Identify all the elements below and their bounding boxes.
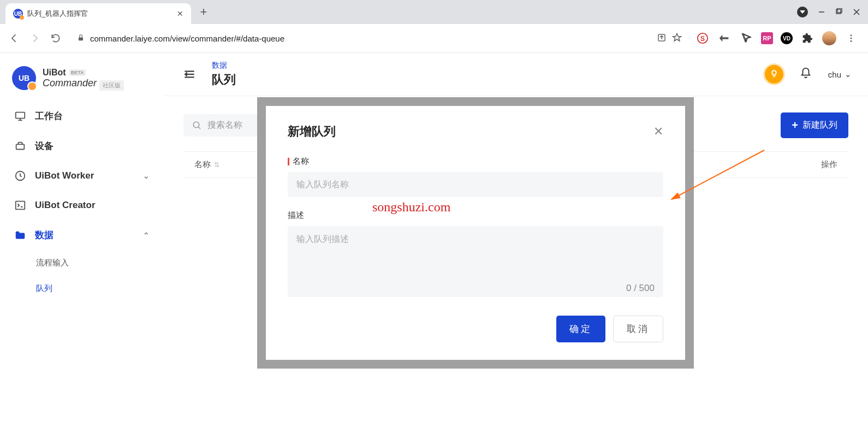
terminal-icon (14, 199, 26, 211)
extension-s-icon[interactable]: S (695, 31, 710, 45)
sidebar-item-creator[interactable]: UiBot Creator (7, 191, 157, 220)
char-count: 0 / 500 (288, 283, 663, 294)
beta-badge: BETA (69, 69, 86, 76)
tab-title: 队列_机器人指挥官 (27, 9, 173, 19)
svg-rect-12 (16, 112, 25, 118)
svg-point-10 (851, 38, 852, 39)
required-indicator-icon (288, 158, 289, 165)
sidebar-sub-queue[interactable]: 队列 (7, 276, 157, 301)
svg-point-9 (851, 34, 852, 36)
queue-name-input[interactable] (288, 172, 663, 197)
close-window-button[interactable] (853, 8, 860, 16)
bookmark-icon[interactable] (672, 33, 682, 44)
device-icon (14, 140, 26, 152)
collapse-sidebar-button[interactable] (180, 65, 199, 84)
address-row: commander.laiye.com/view/commander/#/dat… (0, 24, 868, 52)
notifications-button[interactable] (800, 67, 812, 81)
extensions-puzzle-icon[interactable] (800, 31, 815, 45)
new-queue-label: 新建队列 (802, 120, 837, 131)
breadcrumb-parent[interactable]: 数据 (212, 61, 236, 70)
forward-button[interactable] (27, 31, 43, 46)
window-controls (797, 7, 868, 17)
confirm-button[interactable]: 确定 (556, 316, 605, 342)
lock-icon (77, 34, 85, 43)
maximize-button[interactable] (835, 8, 843, 16)
logo-brand: UiBot (43, 68, 66, 78)
tab-favicon-icon: UB (13, 9, 23, 19)
reply-arrow-icon[interactable] (717, 31, 732, 45)
monitor-icon (14, 110, 26, 122)
folder-icon (14, 229, 26, 241)
column-name[interactable]: 名称 ⇅ (194, 159, 219, 170)
annotation-arrow-icon (666, 147, 775, 213)
plus-icon: + (792, 119, 798, 132)
chevron-down-icon: ⌄ (845, 69, 852, 79)
svg-rect-1 (836, 9, 841, 14)
breadcrumb: 数据 队列 (212, 61, 236, 88)
cursor-icon[interactable] (739, 31, 753, 45)
label-name: 名称 (288, 156, 663, 167)
sort-icon: ⇅ (214, 161, 219, 169)
clock-icon (14, 170, 26, 182)
chevron-up-icon: ⌃ (143, 231, 150, 240)
kebab-menu-icon[interactable] (844, 31, 858, 45)
svg-rect-5 (79, 37, 83, 40)
extension-rp-icon[interactable]: RP (761, 32, 773, 44)
browser-tabs-row: UB 队列_机器人指挥官 ✕ + (0, 0, 868, 24)
reload-button[interactable] (48, 31, 63, 46)
share-icon[interactable] (657, 33, 667, 44)
label-description: 描述 (288, 210, 663, 221)
edition-badge: 社区版 (99, 80, 124, 91)
profile-avatar-icon[interactable] (822, 31, 836, 45)
sidebar-item-label: 数据 (35, 229, 53, 241)
sidebar-item-label: 工作台 (35, 110, 63, 122)
help-button[interactable] (765, 65, 783, 84)
sidebar-item-label: UiBot Worker (35, 170, 94, 181)
sidebar-item-label: 设备 (35, 140, 53, 152)
logo-product: Commander (43, 78, 97, 89)
user-name: chu (828, 70, 841, 79)
sidebar-item-workspace[interactable]: 工作台 (7, 101, 157, 131)
address-bar[interactable]: commander.laiye.com/view/commander/#/dat… (69, 29, 690, 48)
logo-badge-icon: UB (12, 66, 36, 90)
modal-new-queue: 新增队列 ✕ 名称 描述 0 / 500 确定 取消 (257, 97, 694, 369)
svg-line-23 (671, 150, 764, 199)
tab-close-icon[interactable]: ✕ (177, 9, 183, 18)
modal-title: 新增队列 (288, 123, 336, 140)
extension-icons: S RP VD (695, 31, 861, 45)
cancel-button[interactable]: 取消 (613, 316, 663, 342)
browser-chrome: UB 队列_机器人指挥官 ✕ + commander.laiye.com/vie… (0, 0, 868, 53)
svg-rect-2 (837, 8, 842, 13)
page-title: 队列 (212, 72, 236, 88)
modal-close-button[interactable]: ✕ (653, 124, 663, 139)
sidebar-sub-flow-input[interactable]: 流程输入 (7, 250, 157, 276)
user-menu[interactable]: chu ⌄ (828, 69, 852, 79)
minimize-button[interactable] (818, 8, 825, 16)
browser-tab[interactable]: UB 队列_机器人指挥官 ✕ (5, 3, 191, 24)
logo[interactable]: UB UiBotBETA Commander (7, 63, 157, 101)
svg-text:S: S (700, 35, 705, 43)
sidebar-item-device[interactable]: 设备 (7, 131, 157, 161)
sidebar-item-worker[interactable]: UiBot Worker ⌄ (7, 161, 157, 191)
extension-vd-icon[interactable]: VD (781, 32, 793, 44)
new-queue-button[interactable]: + 新建队列 (781, 112, 848, 138)
chevron-down-icon: ⌄ (143, 171, 150, 180)
svg-point-21 (193, 122, 199, 128)
search-placeholder: 搜索名称 (207, 120, 242, 131)
svg-rect-15 (16, 144, 25, 149)
back-button[interactable] (7, 31, 22, 46)
column-operation: 操作 (821, 159, 837, 170)
svg-rect-17 (16, 201, 25, 210)
topbar: 数据 队列 chu ⌄ (164, 53, 868, 96)
svg-line-22 (198, 127, 200, 129)
account-dropdown-icon[interactable] (797, 7, 808, 17)
search-icon (192, 121, 202, 131)
url-text: commander.laiye.com/view/commander/#/dat… (90, 34, 651, 43)
sidebar-item-data[interactable]: 数据 ⌃ (7, 220, 157, 250)
sidebar: UB UiBotBETA Commander 社区版 工作台 设备 UiBot … (0, 53, 164, 427)
new-tab-button[interactable]: + (195, 4, 212, 20)
watermark-text: songshuzi.com (372, 200, 450, 215)
svg-point-11 (851, 40, 852, 42)
sidebar-item-label: UiBot Creator (35, 200, 96, 211)
